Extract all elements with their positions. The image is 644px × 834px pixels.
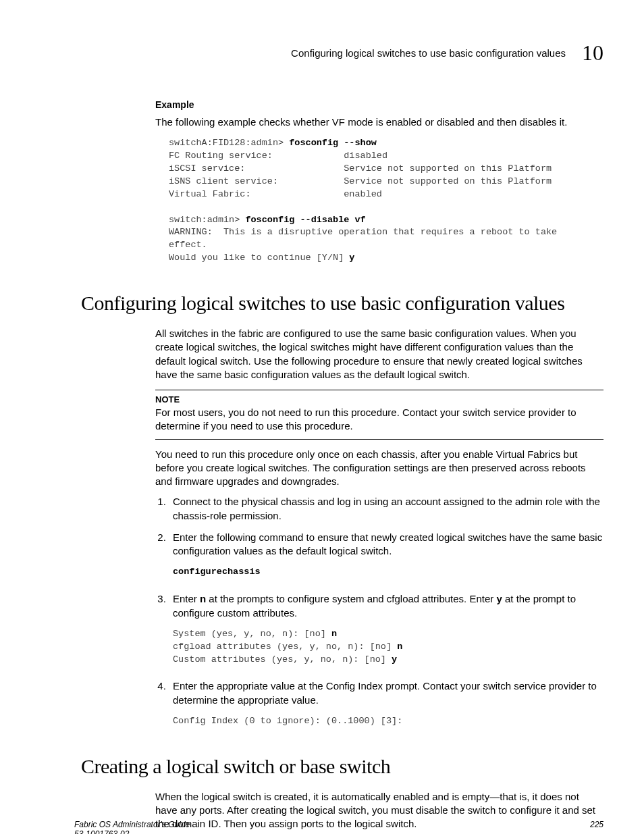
step-2: Enter the following command to ensure th… bbox=[169, 531, 603, 579]
code-command: fosconfig --show bbox=[289, 138, 377, 148]
code-output: cfgload attributes (yes, y, no, n): [no] bbox=[173, 642, 397, 652]
code-prompt: switch:admin> bbox=[169, 215, 245, 225]
footer-page-number: 225 bbox=[590, 820, 603, 834]
keypress: y bbox=[496, 593, 502, 604]
note-text: For most users, you do not need to run t… bbox=[155, 406, 603, 434]
footer-doc-number: 53-1001763-02 bbox=[74, 829, 190, 834]
code-input: y bbox=[349, 253, 354, 263]
chapter-number: 10 bbox=[582, 41, 603, 66]
code-block: System (yes, y, no, n): [no] n cfgload a… bbox=[173, 628, 603, 667]
note-box: NOTE For most users, you do not need to … bbox=[155, 390, 603, 440]
page-header: Configuring logical switches to use basi… bbox=[81, 41, 603, 66]
note-label: NOTE bbox=[155, 394, 603, 405]
step-text: Enter bbox=[173, 593, 200, 604]
page-footer: Fabric OS Administrator's Guide 53-10017… bbox=[74, 820, 603, 834]
step-1: Connect to the physical chassis and log … bbox=[169, 495, 603, 523]
paragraph: You need to run this procedure only once… bbox=[155, 448, 603, 489]
code-block: Config Index (0 to ignore): (0..1000) [3… bbox=[173, 715, 603, 728]
header-title: Configuring logical switches to use basi… bbox=[291, 47, 566, 59]
code-output: Config Index (0 to ignore): (0..1000) [3… bbox=[173, 716, 402, 726]
section-1-body: All switches in the fabric are configure… bbox=[155, 327, 603, 728]
keypress: n bbox=[200, 593, 206, 604]
section-heading-configuring: Configuring logical switches to use basi… bbox=[81, 292, 603, 315]
footer-left: Fabric OS Administrator's Guide 53-10017… bbox=[74, 820, 190, 834]
document-page: Configuring logical switches to use basi… bbox=[0, 0, 644, 834]
code-command: configurechassis bbox=[173, 567, 261, 577]
code-command: fosconfig --disable vf bbox=[245, 215, 365, 225]
code-output: System (yes, y, no, n): [no] bbox=[173, 629, 331, 639]
code-output: FC Routing service: disabled iSCSI servi… bbox=[169, 151, 552, 199]
example-block: Example The following example checks whe… bbox=[155, 99, 603, 265]
procedure-steps: Connect to the physical chassis and log … bbox=[155, 495, 603, 727]
code-input: n bbox=[331, 629, 337, 639]
code-prompt: switchA:FID128:admin> bbox=[169, 138, 289, 148]
code-input: n bbox=[397, 642, 402, 652]
section-heading-creating: Creating a logical switch or base switch bbox=[81, 755, 603, 778]
step-4: Enter the appropriate value at the Confi… bbox=[169, 679, 603, 727]
example-intro: The following example checks whether VF … bbox=[155, 115, 603, 129]
step-text: Connect to the physical chassis and log … bbox=[173, 496, 600, 521]
code-output: WARNING: This is a disruptive operation … bbox=[169, 227, 562, 263]
code-block: configurechassis bbox=[173, 566, 603, 579]
step-text: at the prompts to configure system and c… bbox=[206, 593, 496, 604]
code-output: Custom attributes (yes, y, no, n): [no] bbox=[173, 654, 392, 664]
footer-doc-title: Fabric OS Administrator's Guide bbox=[74, 820, 190, 829]
paragraph: All switches in the fabric are configure… bbox=[155, 327, 603, 382]
step-text: Enter the appropriate value at the Confi… bbox=[173, 680, 597, 705]
code-block-1: switchA:FID128:admin> fosconfig --show F… bbox=[169, 137, 603, 265]
step-3: Enter n at the prompts to configure syst… bbox=[169, 592, 603, 666]
example-label: Example bbox=[155, 99, 603, 110]
step-text: Enter the following command to ensure th… bbox=[173, 531, 602, 556]
code-input: y bbox=[392, 654, 397, 664]
